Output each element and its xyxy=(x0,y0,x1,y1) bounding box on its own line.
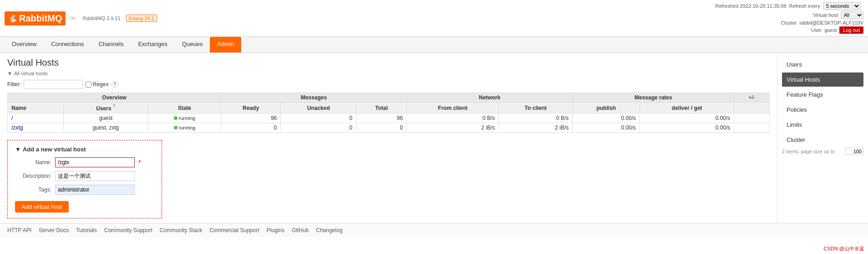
col-empty xyxy=(734,103,770,114)
table-row: / guest running 96 0 96 0 B/s 0 B/s 0.00… xyxy=(8,114,770,123)
footer-link-server-docs[interactable]: Server Docs xyxy=(39,227,69,233)
nav-exchanges[interactable]: Exchanges xyxy=(131,37,174,52)
sidebar-items: UsersVirtual HostsFeature FlagsPoliciesL… xyxy=(782,57,863,147)
cell-ready: 0 xyxy=(221,123,280,133)
sidebar-item-limits[interactable]: Limits xyxy=(782,118,863,132)
count-label: 2 items, page size up to xyxy=(782,149,835,154)
nav-overview[interactable]: Overview xyxy=(5,37,44,52)
sidebar: UsersVirtual HostsFeature FlagsPoliciesL… xyxy=(777,53,868,223)
erlang-label: Erlang 24.2 xyxy=(126,15,157,22)
cell-total: 0 xyxy=(356,123,407,133)
footer-link-community-slack[interactable]: Community Slack xyxy=(160,227,202,233)
page-size-input[interactable] xyxy=(845,148,863,155)
tags-input[interactable] xyxy=(55,185,135,195)
footer: HTTP APIServer DocsTutorialsCommunity Su… xyxy=(0,223,868,237)
filter-input[interactable] xyxy=(24,80,83,89)
col-deliver: deliver / get xyxy=(640,103,734,114)
cell-state: running xyxy=(148,114,221,123)
regex-checkbox[interactable] xyxy=(86,82,91,88)
triangle-icon: ▼ xyxy=(7,71,12,76)
vhost-label: Virtual host xyxy=(813,12,838,18)
footer-link-github[interactable]: GitHub xyxy=(292,227,309,233)
cell-total: 96 xyxy=(356,114,407,123)
nav-connections[interactable]: Connections xyxy=(44,37,91,52)
cell-unacked: 0 xyxy=(281,123,356,133)
cell-from-client: 0 B/s xyxy=(407,114,499,123)
sidebar-item-users[interactable]: Users xyxy=(782,57,863,72)
logout-button[interactable]: Log out xyxy=(839,26,863,34)
vhost-select[interactable]: All / /zxtg xyxy=(841,11,863,19)
footer-link-tutorials[interactable]: Tutorials xyxy=(76,227,97,233)
footer-link-commercial-support[interactable]: Commercial Support xyxy=(209,227,259,233)
running-dot xyxy=(174,126,178,130)
col-unacked: Unacked xyxy=(281,103,356,114)
topbar-right: Refreshed 2022-10-20 11:35:08 Refresh ev… xyxy=(716,2,863,35)
help-icon[interactable]: ? xyxy=(112,81,118,88)
cell-users: guest xyxy=(64,114,148,123)
running-dot xyxy=(174,116,178,120)
add-form-title[interactable]: ▼ Add a new virtual host xyxy=(15,146,154,153)
footer-link-changelog[interactable]: Changelog xyxy=(316,227,342,233)
refreshed-text: Refreshed 2022-10-20 11:35:08 xyxy=(716,3,787,9)
sidebar-item-cluster[interactable]: Cluster xyxy=(782,133,863,147)
cell-name[interactable]: / xyxy=(8,114,64,123)
table-row: /zxtg guest, zxtg running 0 0 0 2 iB/s 2… xyxy=(8,123,770,133)
sidebar-item-policies[interactable]: Policies xyxy=(782,103,863,117)
sidebar-item-feature-flags[interactable]: Feature Flags xyxy=(782,88,863,102)
version-label: RabbitMQ 3.9.11 xyxy=(82,16,120,21)
navigation: Overview Connections Channels Exchanges … xyxy=(0,37,868,53)
cluster-name: rabbit@DESKTOP-ALF110V xyxy=(799,20,863,26)
section-toggle[interactable]: ▼ All virtual hosts xyxy=(7,71,770,76)
name-row: Name: * xyxy=(15,157,154,167)
footer-link-http-api[interactable]: HTTP API xyxy=(7,227,31,233)
col-name: Name xyxy=(8,103,64,114)
cell-to-client: 2 iB/s xyxy=(499,123,573,133)
state-label: running xyxy=(179,125,196,130)
cell-to-client: 0 B/s xyxy=(499,114,573,123)
nav-admin[interactable]: Admin xyxy=(210,37,241,52)
col-to-client: To client xyxy=(499,103,573,114)
nav-channels[interactable]: Channels xyxy=(91,37,131,52)
filter-label: Filter: xyxy=(7,81,21,88)
desc-input[interactable] xyxy=(55,171,135,181)
cell-deliver: 0.00/s xyxy=(640,114,734,123)
content-area: Virtual Hosts ▼ All virtual hosts Filter… xyxy=(0,53,777,223)
section-label: All virtual hosts xyxy=(14,71,48,76)
col-group-network: Network xyxy=(407,93,573,103)
cell-from-client: 2 iB/s xyxy=(407,123,499,133)
tags-label: Tags: xyxy=(15,187,51,193)
add-vhost-button[interactable]: Add virtual host xyxy=(15,201,69,213)
name-input[interactable] xyxy=(55,157,135,167)
logo-area: 🐇 RabbitMQ TM RabbitMQ 3.9.11 Erlang 24.… xyxy=(5,11,157,26)
col-state: State xyxy=(148,103,221,114)
add-form-title-label: Add a new virtual host xyxy=(23,146,86,153)
nav-queues[interactable]: Queues xyxy=(175,37,210,52)
user-label: User xyxy=(811,27,822,33)
add-form: ▼ Add a new virtual host Name: * Descrip… xyxy=(7,140,162,218)
col-ready: Ready xyxy=(221,103,280,114)
tags-row: Tags: xyxy=(15,185,154,195)
col-total: Total xyxy=(356,103,407,114)
sidebar-item-virtual-hosts[interactable]: Virtual Hosts xyxy=(782,73,863,87)
items-count: 2 items, page size up to xyxy=(782,148,863,155)
cell-publish: 0.00/s xyxy=(573,114,640,123)
refresh-select[interactable]: 5 seconds 10 seconds 30 seconds 60 secon… xyxy=(823,2,861,10)
footer-link-community-support[interactable]: Community Support xyxy=(104,227,152,233)
brand-name: RabbitMQ xyxy=(19,13,62,24)
cell-state: running xyxy=(148,123,221,133)
col-group-overview: Overview xyxy=(8,93,221,103)
col-publish: publish xyxy=(573,103,640,114)
user-name: guest xyxy=(824,27,837,33)
refresh-label: Refresh every xyxy=(789,3,820,9)
name-label: Name: xyxy=(15,159,51,166)
cell-unacked: 0 xyxy=(281,114,356,123)
required-star: * xyxy=(138,159,141,166)
cell-deliver: 0.00/s xyxy=(640,123,734,133)
main-content: Virtual Hosts ▼ All virtual hosts Filter… xyxy=(0,53,868,223)
footer-link-plugins[interactable]: Plugins xyxy=(267,227,284,233)
col-users: Users ? xyxy=(64,103,148,114)
cell-action xyxy=(734,114,770,123)
col-plus-minus[interactable]: +/- xyxy=(734,93,770,103)
cell-name[interactable]: /zxtg xyxy=(8,123,64,133)
cell-action xyxy=(734,123,770,133)
